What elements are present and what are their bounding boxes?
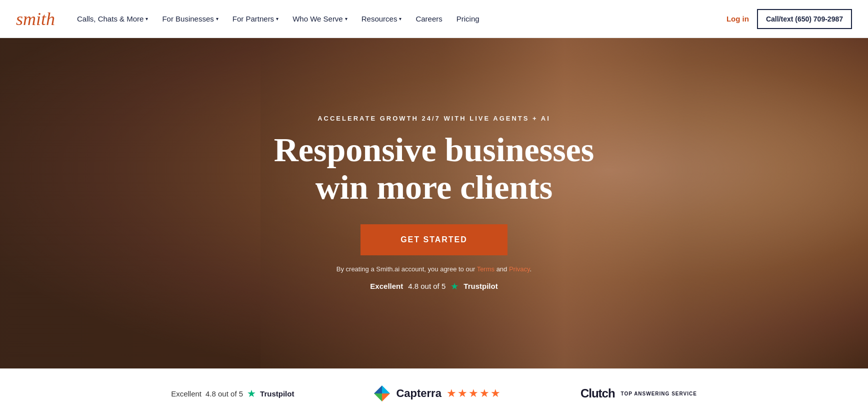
login-button[interactable]: Log in [726, 15, 749, 23]
rating-score: 4.8 out of 5 [408, 282, 446, 290]
hero-section: Accelerate Growth 24/7 with Live Agents … [0, 38, 868, 368]
chevron-down-icon: ▾ [399, 16, 402, 22]
hero-title-line1: Responsive businesses [274, 131, 594, 169]
clutch-logo: Clutch [580, 386, 615, 400]
hero-content: Accelerate Growth 24/7 with Live Agents … [264, 115, 604, 292]
nav-item-calls-chats[interactable]: Calls, Chats & More ▾ [71, 11, 154, 27]
chevron-down-icon: ▾ [216, 16, 218, 22]
chevron-down-icon: ▾ [146, 16, 148, 22]
svg-marker-2 [374, 393, 382, 401]
nav-label-careers: Careers [416, 15, 442, 23]
hero-subtitle: Accelerate Growth 24/7 with Live Agents … [274, 115, 594, 122]
nav-item-for-businesses[interactable]: For Businesses ▾ [156, 11, 224, 27]
chevron-down-icon: ▾ [345, 16, 348, 22]
trustpilot-name: Trustpilot [260, 389, 294, 398]
capterra-name: Capterra [396, 387, 441, 400]
svg-marker-0 [374, 385, 382, 393]
nav-label-who-we-serve: Who We Serve [292, 15, 343, 23]
chevron-down-icon: ▾ [276, 16, 278, 22]
hero-disclaimer: By creating a Smith.ai account, you agre… [274, 265, 594, 273]
nav-item-who-we-serve[interactable]: Who We Serve ▾ [286, 11, 354, 27]
hero-title: Responsive businesses win more clients [274, 131, 594, 206]
rating-excellent: Excellent [370, 282, 403, 290]
trustpilot-score: 4.8 out of 5 [206, 389, 243, 398]
capterra-logo: Capterra [374, 385, 441, 401]
nav-label-for-partners: For Partners [232, 15, 274, 23]
capterra-stars: ★ ★ ★ ★ ★ [446, 387, 500, 400]
trustpilot-excellent: Excellent [171, 389, 202, 398]
nav-label-for-businesses: For Businesses [162, 15, 214, 23]
nav-item-resources[interactable]: Resources ▾ [356, 11, 408, 27]
disclaimer-mid: and [494, 265, 509, 273]
disclaimer-pre: By creating a Smith.ai account, you agre… [336, 265, 477, 273]
nav-label-calls-chats: Calls, Chats & More [77, 15, 144, 23]
star-1-icon: ★ [446, 387, 456, 400]
trustpilot-star-icon: ★ [450, 281, 458, 292]
clutch-tag: TOP ANSWERING SERVICE [621, 390, 697, 397]
privacy-link[interactable]: Privacy [509, 265, 530, 273]
star-2-icon: ★ [458, 387, 468, 400]
logo[interactable]: smith [16, 10, 55, 28]
nav-menu: Calls, Chats & More ▾ For Businesses ▾ F… [71, 11, 726, 27]
call-button[interactable]: Call/text (650) 709-2987 [757, 9, 852, 29]
logo-text: smith [16, 9, 55, 29]
svg-marker-3 [382, 393, 390, 401]
capterra-badge: Capterra ★ ★ ★ ★ ★ [374, 385, 500, 401]
nav-item-pricing[interactable]: Pricing [450, 11, 486, 27]
nav-label-pricing: Pricing [456, 15, 480, 23]
navbar: smith Calls, Chats & More ▾ For Business… [0, 0, 868, 38]
disclaimer-post: . [530, 265, 532, 273]
svg-marker-1 [382, 385, 390, 393]
trustpilot-badge: Excellent 4.8 out of 5 ★ Trustpilot [171, 387, 294, 399]
nav-label-resources: Resources [362, 15, 398, 23]
terms-link[interactable]: Terms [477, 265, 494, 273]
trustpilot-star-icon: ★ [247, 387, 256, 399]
navbar-actions: Log in Call/text (650) 709-2987 [726, 9, 852, 29]
get-started-button[interactable]: GET STARTED [360, 224, 508, 255]
nav-item-for-partners[interactable]: For Partners ▾ [226, 11, 284, 27]
star-5-icon: ★ [490, 387, 500, 400]
bottom-badges-bar: Excellent 4.8 out of 5 ★ Trustpilot Capt… [0, 368, 868, 418]
clutch-badge: Clutch TOP ANSWERING SERVICE [580, 386, 697, 400]
capterra-logo-icon [374, 385, 390, 401]
star-4-icon: ★ [480, 387, 490, 400]
hero-title-line2: win more clients [316, 168, 553, 206]
hero-rating: Excellent 4.8 out of 5 ★ Trustpilot [274, 281, 594, 292]
trustpilot-label: Trustpilot [464, 282, 498, 290]
nav-item-careers[interactable]: Careers [410, 11, 448, 27]
star-3-icon: ★ [468, 387, 478, 400]
